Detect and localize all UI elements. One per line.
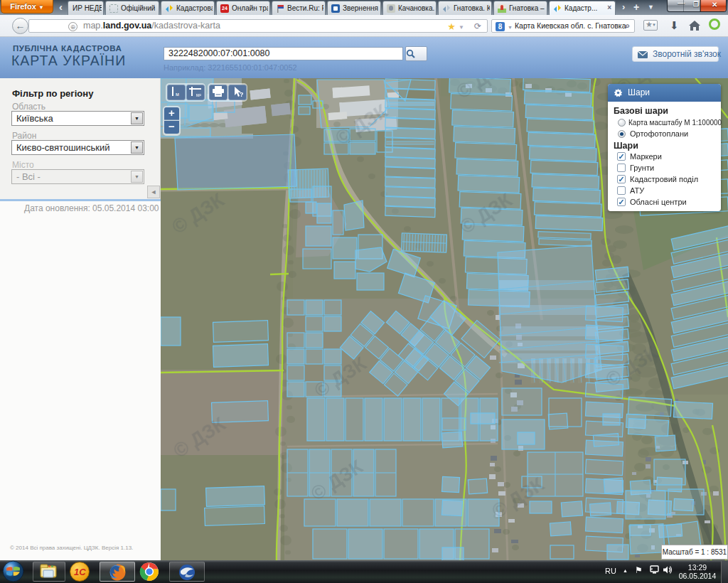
svg-text:м: м: [176, 92, 179, 97]
svg-text:?: ?: [240, 91, 244, 98]
svg-text:м²: м²: [196, 92, 202, 97]
